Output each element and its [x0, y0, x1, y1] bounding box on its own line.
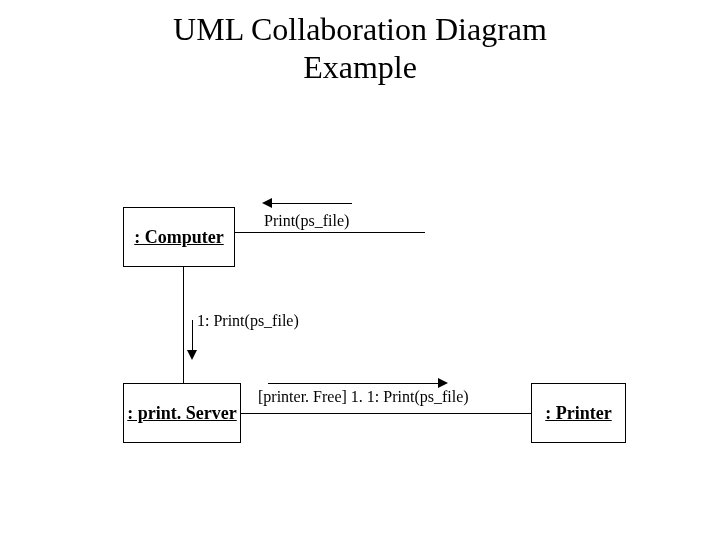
- object-printer: : Printer: [531, 383, 626, 443]
- arrow-to-computer-shaft: [272, 203, 352, 204]
- message-to-computer: Print(ps_file): [264, 212, 349, 230]
- message-printserver-printer: [printer. Free] 1. 1: Print(ps_file): [258, 388, 469, 406]
- message-computer-printserver: 1: Print(ps_file): [197, 312, 299, 330]
- link-actor-computer: [235, 232, 425, 233]
- link-computer-printserver: [183, 267, 184, 383]
- arrow-computer-printserver-shaft: [192, 320, 193, 350]
- arrow-down-icon: [187, 350, 197, 360]
- link-printserver-printer: [241, 413, 531, 414]
- arrow-right-icon: [438, 378, 448, 388]
- title-line-2: Example: [303, 49, 417, 85]
- object-computer-label: : Computer: [134, 227, 223, 248]
- object-printserver: : print. Server: [123, 383, 241, 443]
- object-printer-label: : Printer: [545, 403, 611, 424]
- page-title: UML Collaboration Diagram Example: [0, 10, 720, 87]
- object-computer: : Computer: [123, 207, 235, 267]
- arrow-left-icon: [262, 198, 272, 208]
- diagram-canvas: UML Collaboration Diagram Example : Comp…: [0, 0, 720, 540]
- arrow-printserver-printer-shaft: [268, 383, 438, 384]
- object-printserver-label: : print. Server: [127, 403, 236, 424]
- title-line-1: UML Collaboration Diagram: [173, 11, 547, 47]
